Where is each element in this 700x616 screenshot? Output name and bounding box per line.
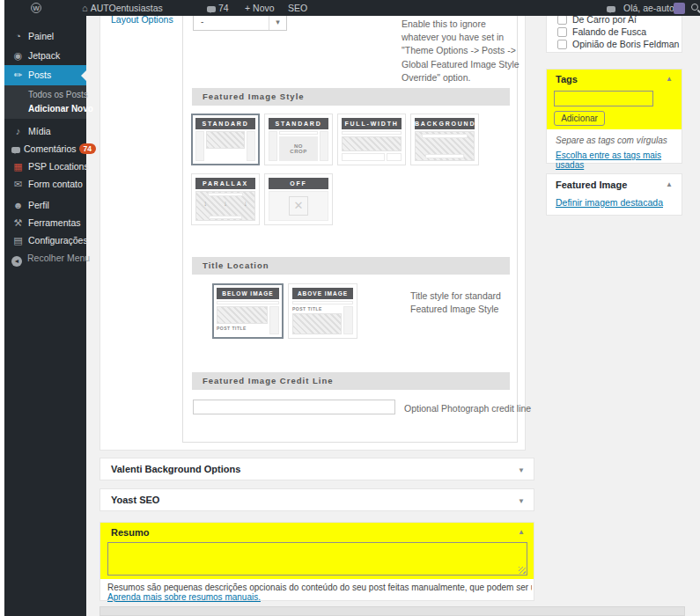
wordpress-logo-icon[interactable]: W	[31, 3, 41, 13]
sidebar-item-comentarios[interactable]: Comentários74	[4, 140, 86, 158]
style-option-parallax[interactable]: PARALLAX ↓ ↓ ↓	[191, 173, 260, 225]
jetpack-icon: ◉	[11, 47, 25, 64]
x-icon: ✕	[289, 196, 308, 216]
category-row[interactable]: Opinião de Boris Feldman	[557, 39, 679, 49]
tools-icon: ⚒	[11, 214, 25, 231]
style-sketch-no-crop: NO CROP	[269, 131, 328, 161]
override-select-value: -	[201, 17, 203, 26]
site-name: AUTOentusiastas	[91, 3, 163, 13]
toggle-up-icon[interactable]: ▲	[518, 528, 525, 536]
featured-image-metabox: Featured Image ▲ Definir imagem destacad…	[546, 173, 682, 216]
sidebar-item-midia[interactable]: ♪Mídia	[4, 122, 86, 140]
tags-highlight: Tags ▲ Adicionar	[547, 70, 682, 129]
style-option-standard[interactable]: STANDARD	[191, 114, 260, 165]
screen-left-edge	[0, 0, 4, 616]
down-arrow-icon: ↓	[203, 199, 208, 208]
comment-bubble-icon	[207, 6, 216, 12]
envelope-icon: ✉	[11, 175, 25, 193]
yoast-seo-metabox[interactable]: Yoast SEO ▼	[99, 488, 534, 511]
override-help-text: Enable this to ignore whatever you have …	[402, 18, 519, 84]
avatar[interactable]	[674, 3, 685, 14]
tags-metabox: Tags ▲ Adicionar Separe as tags com vírg…	[546, 69, 682, 164]
style-sketch-background	[415, 131, 475, 161]
dashboard-icon: ◔	[11, 27, 25, 45]
submenu-todos-os-posts[interactable]: Todos os Posts	[4, 88, 86, 101]
comments-badge: 74	[79, 143, 96, 154]
toggle-up-icon[interactable]: ▲	[666, 75, 673, 83]
admin-bar-new[interactable]: + Novo	[245, 0, 275, 16]
admin-bar-seo[interactable]: SEO	[288, 0, 307, 16]
resumo-metabox: Resumo ▲ Resumos são pequenas descrições…	[99, 522, 534, 601]
sidebar-item-jetpack[interactable]: ◉Jetpack	[4, 47, 86, 64]
checkbox[interactable]	[557, 15, 567, 25]
style-sketch-standard	[195, 131, 255, 161]
sidebar-item-posts[interactable]: ✏Posts	[4, 65, 86, 85]
section-featured-image-style: Featured Image Style	[192, 88, 510, 106]
sidebar-item-perfil[interactable]: ☻Perfil	[4, 196, 86, 214]
comment-count: 74	[218, 3, 229, 13]
checkbox[interactable]	[557, 27, 567, 37]
title-sketch-below: POST TITLE	[217, 301, 279, 334]
chevron-down-icon: ▾	[269, 14, 286, 30]
posts-submenu: Todos os Posts Adicionar Novo	[4, 85, 86, 119]
section-credit-line: Featured Image Credit Line	[192, 372, 510, 390]
search-icon[interactable]	[691, 4, 698, 11]
user-icon: ☻	[11, 196, 25, 214]
section-title-location: Title Location	[192, 257, 510, 275]
sidebar-item-recolher-menu[interactable]: ◄Recolher Menu	[4, 249, 86, 267]
valenti-title: Valenti Background Options	[111, 464, 240, 474]
resize-handle[interactable]	[519, 567, 526, 574]
toggle-up-icon[interactable]: ▲	[666, 180, 673, 188]
style-option-full-width[interactable]: FULL-WIDTH	[337, 114, 406, 165]
category-row[interactable]: Falando de Fusca	[557, 26, 646, 37]
locations-icon: ▦	[11, 158, 25, 175]
admin-bar: W ⌂AUTOentusiastas 74 + Novo SEO Olá, ae…	[4, 0, 700, 16]
tags-input[interactable]	[554, 91, 653, 106]
submenu-adicionar-novo[interactable]: Adicionar Novo	[4, 102, 86, 115]
valenti-background-metabox[interactable]: Valenti Background Options ▼	[99, 458, 534, 480]
sidebar-item-painel[interactable]: ◔Painel	[4, 27, 86, 45]
style-option-off[interactable]: OFF ✕	[264, 173, 333, 225]
layout-options-panel: - ▾ Enable this to ignore whatever you h…	[182, 7, 518, 443]
admin-bar-site-link[interactable]: ⌂AUTOentusiastas	[82, 0, 163, 16]
toggle-down-icon[interactable]: ▼	[518, 497, 525, 505]
title-option-below-image[interactable]: BELOW IMAGE POST TITLE	[212, 283, 284, 339]
style-sketch-full-width	[342, 131, 402, 161]
sidebar-item-configuracoes[interactable]: ▤Configurações	[4, 231, 86, 249]
layout-options-metabox: Layout Options - ▾ Enable this to ignore…	[99, 7, 526, 451]
style-option-background[interactable]: BACKGROUND	[410, 114, 479, 165]
admin-bar-notification[interactable]	[607, 0, 618, 16]
credit-line-input[interactable]	[193, 400, 395, 414]
style-sketch-off: ✕	[269, 191, 328, 221]
admin-bar-account[interactable]: Olá, ae-autor	[623, 0, 677, 16]
checkbox[interactable]	[557, 40, 567, 49]
set-featured-image-link[interactable]: Definir imagem destacada	[556, 197, 663, 208]
home-icon: ⌂	[82, 3, 88, 13]
resumo-textarea[interactable]	[107, 542, 527, 576]
most-used-tags-link[interactable]: Escolha entre as tags mais usadas	[556, 150, 682, 170]
sidebar-item-form-contato[interactable]: ✉Form contato	[4, 175, 86, 193]
next-metabox-edge	[99, 606, 685, 616]
sidebar-item-ferramentas[interactable]: ⚒Ferramentas	[4, 214, 86, 231]
settings-icon: ▤	[11, 231, 25, 249]
title-option-above-image[interactable]: ABOVE IMAGE POST TITLE	[288, 283, 357, 339]
resumo-highlight: Resumo ▲	[100, 523, 534, 579]
style-option-standard-no-crop[interactable]: STANDARD NO CROP	[264, 114, 333, 165]
toggle-down-icon[interactable]: ▼	[518, 466, 525, 474]
title-sketch-above: POST TITLE	[292, 301, 353, 334]
admin-menu: ◔Painel ◉Jetpack ✏Posts Todos os Posts A…	[4, 16, 86, 616]
yoast-title: Yoast SEO	[111, 495, 159, 505]
tags-hint: Separe as tags com vírgulas	[556, 136, 667, 145]
add-tag-button[interactable]: Adicionar	[554, 111, 605, 126]
sidebar-item-psp-locations[interactable]: ▦PSP Locations	[4, 158, 86, 175]
comment-bubble-icon	[607, 6, 615, 12]
resumo-description: Resumos são pequenas descrições opcionai…	[107, 583, 532, 592]
new-label: Novo	[253, 3, 275, 13]
collapse-arrow-icon: ◄	[11, 256, 22, 267]
down-arrow-icon: ↓	[243, 199, 247, 208]
override-select[interactable]: - ▾	[193, 13, 287, 31]
title-location-help: Title style for standard Featured Image …	[410, 290, 516, 316]
admin-bar-comments[interactable]: 74	[207, 0, 229, 16]
resumo-learn-more-link[interactable]: Aprenda mais sobre resumos manuais.	[107, 592, 261, 602]
pushpin-icon: ✏	[11, 65, 25, 85]
